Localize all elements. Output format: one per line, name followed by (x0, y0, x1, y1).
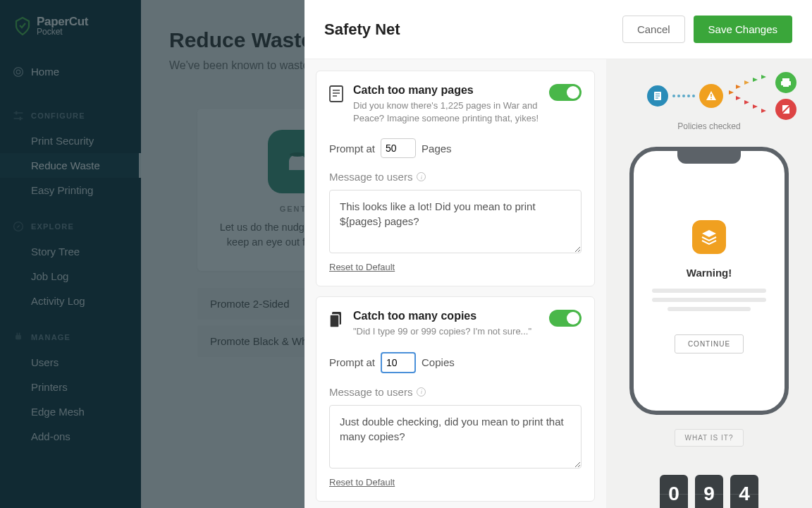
svg-rect-15 (710, 94, 712, 97)
counter: 0 9 4 (622, 475, 796, 508)
copies-icon (329, 311, 343, 328)
prompt-label-after: Copies (422, 356, 455, 368)
counter-digit: 0 (660, 475, 688, 508)
continue-button: CONTINUE (675, 334, 744, 353)
prompt-copies-input[interactable] (381, 352, 416, 373)
svg-rect-19 (783, 84, 789, 87)
reset-pages-link[interactable]: Reset to Default (329, 262, 395, 272)
what-is-button[interactable]: WHAT IS IT? (675, 429, 744, 447)
printer-icon (775, 72, 796, 93)
warning-text: Warning! (644, 267, 775, 279)
safety-net-modal: Safety Net Cancel Save Changes Catch too… (304, 0, 812, 508)
counter-digit: 9 (695, 475, 723, 508)
save-button[interactable]: Save Changes (694, 16, 792, 43)
cancel-button[interactable]: Cancel (622, 16, 685, 43)
preview-column: Policies checked Warning! CONTINUE WHAT … (606, 59, 812, 508)
prompt-label-before: Prompt at (329, 143, 375, 155)
modal-title: Safety Net (324, 20, 400, 39)
msg-copies-textarea[interactable] (329, 405, 582, 468)
toggle-pages[interactable] (549, 84, 582, 101)
setting-title: Catch too many pages (353, 84, 539, 97)
policies-checked-label: Policies checked (622, 121, 796, 131)
warning-icon (699, 84, 723, 108)
svg-rect-11 (330, 86, 343, 102)
svg-rect-13 (330, 315, 339, 327)
document-icon (647, 85, 668, 107)
setting-too-many-copies: Catch too many copies "Did I type 99 or … (316, 296, 595, 502)
policy-flow-diagram (622, 75, 796, 117)
stack-icon (692, 220, 726, 254)
phone-preview: Warning! CONTINUE (629, 147, 789, 415)
prompt-pages-input[interactable] (381, 138, 416, 158)
setting-desc: "Did I type 99 or 999 copies? I'm not su… (353, 325, 539, 338)
setting-desc: Did you know there's 1,225 pages in War … (353, 99, 539, 124)
block-icon (775, 99, 796, 120)
msg-label: Message to users (329, 386, 412, 398)
prompt-label-before: Prompt at (329, 356, 375, 368)
reset-copies-link[interactable]: Reset to Default (329, 477, 395, 488)
info-icon[interactable]: i (417, 172, 426, 181)
prompt-label-after: Pages (422, 143, 452, 155)
svg-rect-17 (782, 78, 789, 81)
settings-column: Catch too many pages Did you know there'… (304, 59, 606, 508)
svg-rect-16 (710, 98, 712, 99)
counter-digit: 4 (730, 475, 758, 508)
msg-label: Message to users (329, 171, 412, 183)
toggle-copies[interactable] (549, 310, 582, 327)
page-icon (329, 85, 343, 102)
setting-too-many-pages: Catch too many pages Did you know there'… (316, 71, 595, 286)
setting-title: Catch too many copies (353, 310, 539, 322)
msg-pages-textarea[interactable] (329, 190, 582, 253)
info-icon[interactable]: i (417, 387, 426, 397)
